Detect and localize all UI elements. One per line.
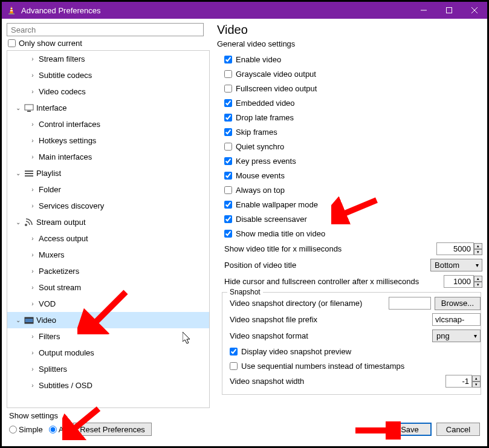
tree-twisty-icon[interactable]: ›: [29, 382, 36, 389]
hide-cursor-ms-input[interactable]: ▴▾: [444, 275, 482, 288]
tree-item[interactable]: ›Access output: [7, 230, 209, 247]
tree-item-label: Interface: [36, 103, 67, 112]
svg-rect-9: [27, 111, 31, 112]
tree-item-label: Services discovery: [39, 201, 104, 210]
tree-twisty-icon[interactable]: ›: [29, 72, 36, 79]
tree-twisty-icon[interactable]: ⌄: [15, 219, 22, 226]
tree-twisty-icon[interactable]: ›: [29, 349, 36, 356]
tree-item[interactable]: ›Output modules: [7, 345, 209, 361]
tree-twisty-icon[interactable]: ›: [29, 137, 36, 144]
snapshot-group: Snapshot Video snapshot directory (or fi…: [222, 292, 481, 395]
snapshot-dir-input[interactable]: [389, 297, 431, 310]
tree-item[interactable]: ›Packetizers: [7, 263, 209, 279]
tree-item[interactable]: ›Video codecs: [7, 83, 209, 100]
tree-item-label: Muxers: [39, 250, 65, 259]
title-position-select[interactable]: Bottom: [430, 259, 482, 271]
spin-up-icon[interactable]: ▴: [474, 243, 482, 249]
vlc-logo-icon: [7, 5, 16, 15]
show-settings-group: Show settings Simple All Reset Preferenc…: [9, 411, 152, 436]
setting-checkbox[interactable]: Enable video: [217, 52, 482, 67]
tree-twisty-icon[interactable]: ›: [29, 333, 36, 340]
radio-simple[interactable]: Simple: [9, 425, 43, 434]
snapshot-format-select[interactable]: png: [432, 330, 481, 342]
only-show-current-checkbox[interactable]: Only show current: [7, 39, 210, 48]
tree-twisty-icon[interactable]: ›: [29, 300, 36, 307]
tree-item[interactable]: ›VOD: [7, 296, 209, 312]
setting-checkbox[interactable]: Skip frames: [217, 125, 482, 139]
tree-item[interactable]: ›Folder: [7, 181, 209, 198]
tree-item-label: Splitters: [39, 365, 67, 374]
snapshot-sequential-checkbox[interactable]: Use sequential numbers instead of timest…: [222, 359, 481, 373]
preferences-tree[interactable]: ›Stream filters›Subtitle codecs›Video co…: [7, 51, 209, 407]
tree-twisty-icon[interactable]: ›: [29, 203, 36, 209]
tree-twisty-icon[interactable]: ›: [29, 154, 36, 160]
interface-icon: [24, 104, 34, 112]
browse-button[interactable]: Browse...: [435, 297, 481, 310]
setting-checkbox[interactable]: Show media title on video: [217, 226, 482, 241]
minimize-button[interactable]: [411, 2, 436, 19]
tree-twisty-icon[interactable]: ›: [29, 121, 36, 128]
tree-twisty-icon[interactable]: ›: [29, 56, 36, 62]
tree-item[interactable]: ⌄Video: [7, 312, 209, 328]
tree-twisty-icon[interactable]: ⌄: [15, 170, 22, 177]
settings-panel[interactable]: Enable videoGrayscale video outputFullsc…: [217, 52, 482, 408]
cancel-button[interactable]: Cancel: [436, 423, 480, 436]
tree-twisty-icon[interactable]: ›: [29, 252, 36, 258]
tree-twisty-icon[interactable]: ⌄: [15, 317, 22, 323]
tree-twisty-icon[interactable]: ›: [29, 235, 36, 242]
reset-preferences-button[interactable]: Reset Preferences: [73, 423, 152, 436]
setting-checkbox[interactable]: Drop late frames: [217, 110, 482, 125]
tree-item-label: VOD: [39, 299, 56, 308]
tree-twisty-icon[interactable]: ›: [29, 88, 36, 95]
search-input[interactable]: [7, 23, 204, 36]
tree-item[interactable]: ›Subtitles / OSD: [7, 377, 209, 394]
radio-all[interactable]: All: [49, 425, 67, 434]
setting-checkbox[interactable]: Key press events: [217, 154, 482, 168]
tree-item-label: Access output: [39, 234, 88, 243]
tree-item[interactable]: ⌄Stream output: [7, 214, 209, 230]
save-button[interactable]: Save: [388, 423, 432, 436]
tree-item[interactable]: ›Muxers: [7, 247, 209, 263]
tree-item[interactable]: ⌄Interface: [7, 100, 209, 116]
tree-twisty-icon[interactable]: ›: [29, 366, 36, 372]
snapshot-width-input[interactable]: ▴▾: [445, 375, 481, 388]
show-title-ms-input[interactable]: ▴▾: [436, 242, 482, 255]
tree-item-label: Subtitles / OSD: [39, 381, 92, 390]
svg-marker-0: [10, 6, 13, 13]
tree-item[interactable]: ›Filters: [7, 328, 209, 345]
tree-twisty-icon[interactable]: ⌄: [15, 105, 22, 111]
close-button[interactable]: [462, 2, 487, 19]
setting-checkbox[interactable]: Enable wallpaper mode: [217, 197, 482, 212]
tree-item-label: Output modules: [39, 348, 94, 357]
svg-rect-15: [25, 317, 33, 319]
snapshot-preview-checkbox[interactable]: Display video snapshot preview: [222, 344, 481, 359]
tree-twisty-icon[interactable]: ›: [29, 284, 36, 291]
tree-item-label: Video codecs: [39, 87, 86, 96]
setting-checkbox[interactable]: Mouse events: [217, 168, 482, 183]
tree-twisty-icon[interactable]: ›: [29, 268, 36, 274]
tree-item[interactable]: ›Control interfaces: [7, 116, 209, 132]
tree-item[interactable]: ›Splitters: [7, 361, 209, 377]
maximize-button[interactable]: [436, 2, 462, 19]
page-subheading: General video settings: [217, 39, 482, 48]
tree-twisty-icon[interactable]: ›: [29, 186, 36, 193]
setting-checkbox[interactable]: Embedded video: [217, 96, 482, 110]
setting-checkbox[interactable]: Disable screensaver: [217, 212, 482, 226]
setting-checkbox[interactable]: Grayscale video output: [217, 67, 482, 81]
setting-checkbox[interactable]: Always on top: [217, 183, 482, 197]
row-show-title-ms: Show video title for x milliseconds ▴▾: [217, 241, 482, 257]
snapshot-prefix-input[interactable]: [432, 313, 481, 326]
tree-item[interactable]: ›Stream filters: [7, 51, 209, 67]
tree-item[interactable]: ›Sout stream: [7, 279, 209, 296]
video-icon: [24, 316, 34, 325]
tree-item[interactable]: ›Services discovery: [7, 198, 209, 214]
tree-item[interactable]: ›Subtitle codecs: [7, 67, 209, 83]
tree-item[interactable]: ›Main interfaces: [7, 149, 209, 165]
tree-item-label: Sout stream: [39, 283, 81, 292]
tree-item[interactable]: ⌄Playlist: [7, 165, 209, 181]
setting-checkbox[interactable]: Quiet synchro: [217, 139, 482, 154]
tree-item[interactable]: ›Hotkeys settings: [7, 132, 209, 149]
spin-down-icon[interactable]: ▾: [474, 249, 482, 255]
tree-item-label: Packetizers: [39, 267, 79, 276]
setting-checkbox[interactable]: Fullscreen video output: [217, 81, 482, 96]
